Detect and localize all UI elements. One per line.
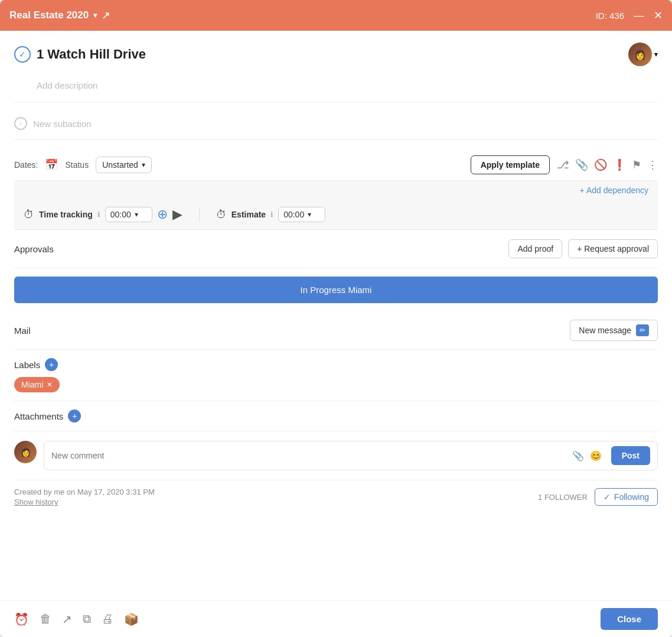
subaction-checkbox[interactable]: ○ — [14, 117, 27, 130]
add-dependency-button[interactable]: + Add dependency — [580, 186, 648, 195]
status-label: Status — [65, 160, 89, 170]
label-miami-text: Miami — [21, 380, 43, 389]
estimate-clock-icon: ⏱ — [216, 209, 227, 221]
approvals-buttons: Add proof + Request approval — [508, 239, 658, 258]
time-divider — [199, 207, 200, 222]
status-value: Unstarted — [102, 160, 138, 170]
hide-icon[interactable]: 🚫 — [594, 158, 607, 171]
label-miami: Miami ✕ — [14, 377, 60, 392]
post-comment-button[interactable]: Post — [611, 446, 650, 465]
progress-bar[interactable]: In Progress Miami — [14, 277, 658, 303]
request-approval-button[interactable]: + Request approval — [568, 239, 658, 258]
footer-right: 1 FOLLOWER ✓ Following — [538, 488, 658, 506]
description-field[interactable]: Add description — [14, 73, 658, 103]
flag-icon[interactable]: ⚑ — [632, 158, 641, 171]
labels-header: Labels + — [14, 358, 658, 371]
play-button[interactable]: ▶ — [172, 207, 182, 222]
emoji-comment-icon[interactable]: 😊 — [590, 450, 602, 462]
assignee-avatar: 👩 — [628, 43, 652, 66]
show-history-link[interactable]: Show history — [14, 498, 155, 506]
dates-label: Dates: — [14, 160, 38, 170]
assignee-chevron-icon: ▾ — [654, 50, 658, 58]
minimize-button[interactable]: — — [634, 9, 644, 22]
share-icon[interactable]: ↗ — [62, 612, 72, 626]
external-link-icon[interactable]: ↗ — [102, 9, 110, 22]
time-info-icon[interactable]: ℹ — [97, 210, 100, 219]
subaction-placeholder[interactable]: New subaction — [33, 119, 91, 129]
estimate-input[interactable]: 00:00 ▾ — [278, 207, 325, 222]
delete-icon[interactable]: 🗑 — [40, 612, 51, 626]
more-icon[interactable]: ⋮ — [647, 158, 658, 171]
estimate-label: Estimate — [231, 210, 266, 219]
clock-icon: ⏱ — [24, 209, 34, 221]
new-message-label: New message — [579, 326, 631, 335]
copy-icon[interactable]: ⧉ — [83, 612, 91, 626]
title-left: ✓ 1 Watch Hill Drive — [14, 46, 146, 63]
labels-row: Labels + Miami ✕ — [14, 350, 658, 401]
alert-icon[interactable]: ❗ — [613, 158, 626, 171]
dependency-row: + Add dependency — [14, 181, 658, 200]
estimate-value: 00:00 — [283, 210, 304, 219]
attachment-icon[interactable]: 📎 — [575, 158, 588, 171]
task-id: ID: 436 — [596, 11, 624, 21]
comment-area: 👩 📎 😊 Post — [14, 431, 658, 480]
apply-template-button[interactable]: Apply template — [471, 155, 550, 174]
footer-left: Created by me on May 17, 2020 3:31 PM Sh… — [14, 488, 155, 506]
label-miami-remove[interactable]: ✕ — [47, 381, 53, 389]
labels-title: Labels — [14, 360, 40, 370]
toolbar-icons: ⎇ 📎 🚫 ❗ ⚑ ⋮ — [557, 158, 658, 171]
follower-count: 1 FOLLOWER — [538, 493, 588, 502]
comment-icons: 📎 😊 — [572, 450, 602, 462]
task-complete-checkbox[interactable]: ✓ — [14, 46, 31, 63]
labels-list: Miami ✕ — [14, 377, 658, 392]
attach-comment-icon[interactable]: 📎 — [572, 450, 584, 462]
task-title: 1 Watch Hill Drive — [37, 47, 146, 62]
mail-row: Mail New message ✏ — [14, 311, 658, 350]
description-placeholder: Add description — [37, 80, 97, 90]
footer-info: Created by me on May 17, 2020 3:31 PM Sh… — [14, 480, 658, 511]
add-proof-button[interactable]: Add proof — [508, 239, 562, 258]
comment-input-wrap: 📎 😊 Post — [44, 441, 658, 470]
approvals-label: Approvals — [14, 244, 54, 254]
title-row: ✓ 1 Watch Hill Drive 👩 ▾ — [14, 43, 658, 66]
estimate-chevron: ▾ — [308, 210, 311, 219]
estimate-section: ⏱ Estimate ℹ 00:00 ▾ — [216, 207, 325, 222]
task-modal: Real Estate 2020 ▾ ↗ ID: 436 — ✕ ✓ 1 Wat… — [0, 0, 672, 637]
estimate-info-icon[interactable]: ℹ — [270, 210, 273, 219]
new-message-button[interactable]: New message ✏ — [570, 320, 658, 341]
subaction-row: ○ New subaction — [14, 112, 658, 140]
time-tracking-label: Time tracking — [39, 210, 93, 219]
commenter-avatar: 👩 — [14, 441, 37, 463]
close-modal-button[interactable]: Close — [601, 608, 658, 630]
add-attachment-button[interactable]: + — [68, 410, 81, 422]
add-time-button[interactable]: ⊕ — [157, 207, 168, 222]
comment-input[interactable] — [51, 451, 567, 460]
archive-icon[interactable]: 📦 — [124, 612, 139, 626]
time-tracking-section: ⏱ Time tracking ℹ 00:00 ▾ ⊕ ▶ — [24, 207, 182, 222]
following-check-icon: ✓ — [604, 492, 611, 502]
attachments-row: Attachments + — [14, 401, 658, 431]
modal-header: Real Estate 2020 ▾ ↗ ID: 436 — ✕ — [0, 0, 672, 31]
header-right: ID: 436 — ✕ — [596, 9, 663, 22]
bottom-toolbar: ⏰ 🗑 ↗ ⧉ 🖨 📦 Close — [0, 600, 672, 637]
time-tracking-value: 00:00 — [110, 210, 131, 219]
status-select[interactable]: Unstarted ▾ — [96, 157, 152, 173]
print-icon[interactable]: 🖨 — [102, 612, 113, 626]
alarm-icon[interactable]: ⏰ — [14, 612, 29, 626]
add-label-button[interactable]: + — [45, 358, 58, 371]
branch-icon[interactable]: ⎇ — [557, 158, 569, 171]
close-header-button[interactable]: ✕ — [654, 9, 663, 22]
modal-content: ✓ 1 Watch Hill Drive 👩 ▾ Add description… — [0, 31, 672, 600]
avatar-image: 👩 — [628, 43, 652, 66]
bottom-tools: ⏰ 🗑 ↗ ⧉ 🖨 📦 — [14, 612, 139, 626]
following-label: Following — [614, 492, 649, 502]
approvals-row: Approvals Add proof + Request approval — [14, 230, 658, 268]
project-dropdown-icon[interactable]: ▾ — [93, 11, 97, 20]
time-tracking-input[interactable]: 00:00 ▾ — [105, 207, 152, 222]
assignee-avatar-dropdown[interactable]: 👩 ▾ — [628, 43, 658, 66]
dates-row: Dates: 📅 Status Unstarted ▾ Apply templa… — [14, 150, 658, 181]
header-left: Real Estate 2020 ▾ ↗ — [9, 9, 110, 22]
status-chevron-icon: ▾ — [142, 161, 145, 169]
following-button[interactable]: ✓ Following — [595, 488, 658, 506]
calendar-icon[interactable]: 📅 — [45, 158, 58, 171]
